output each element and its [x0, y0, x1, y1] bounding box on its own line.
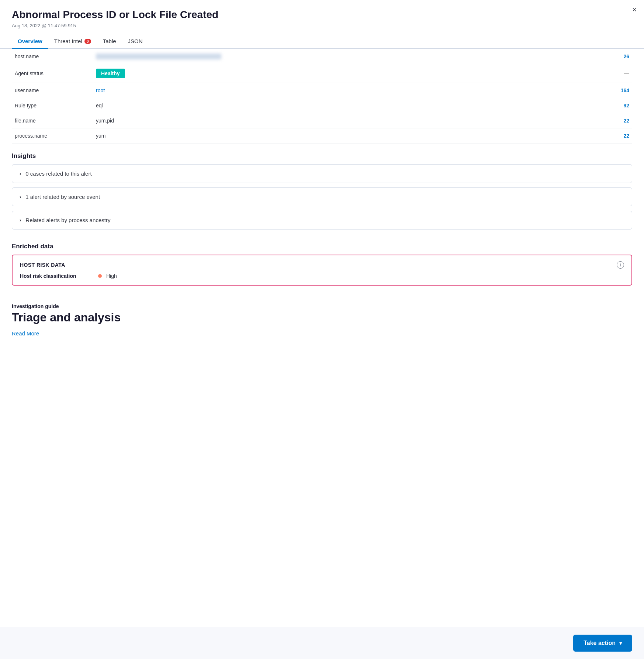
- field-key: host.name: [12, 49, 93, 64]
- timestamp: Aug 18, 2022 @ 11:47:59.915: [12, 23, 632, 28]
- insight-item-process-ancestry[interactable]: › Related alerts by process ancestry: [12, 211, 632, 230]
- field-key: user.name: [12, 83, 93, 98]
- investigation-guide-title: Triage and analysis: [12, 311, 632, 324]
- field-count[interactable]: 92: [610, 98, 632, 113]
- chevron-down-icon: ▾: [619, 640, 622, 646]
- field-value: yum.pid: [93, 113, 610, 128]
- tab-threat-intel[interactable]: Threat Intel 0: [48, 34, 97, 49]
- user-name-link[interactable]: root: [96, 87, 105, 93]
- host-risk-box-title: HOST RISK DATA: [20, 262, 65, 268]
- tab-overview[interactable]: Overview: [12, 34, 48, 49]
- field-key: Rule type: [12, 98, 93, 113]
- panel-header: Abnormal Process ID or Lock File Created…: [0, 0, 644, 34]
- alert-detail-panel: × Abnormal Process ID or Lock File Creat…: [0, 0, 644, 659]
- tab-bar: Overview Threat Intel 0 Table JSON: [0, 34, 644, 49]
- threat-intel-badge: 0: [84, 39, 91, 44]
- insight-item-source-event[interactable]: › 1 alert related by source event: [12, 187, 632, 206]
- host-risk-header: HOST RISK DATA i: [20, 261, 624, 269]
- field-key: process.name: [12, 128, 93, 144]
- field-count[interactable]: 22: [610, 113, 632, 128]
- take-action-label: Take action: [584, 640, 616, 646]
- field-count[interactable]: 22: [610, 128, 632, 144]
- field-value: Healthy: [93, 64, 610, 83]
- tab-table[interactable]: Table: [97, 34, 122, 49]
- enriched-data-title: Enriched data: [12, 234, 632, 255]
- chevron-right-icon: ›: [20, 217, 21, 223]
- data-table: host.name 26 Agent status Healthy — user…: [12, 49, 632, 144]
- chevron-right-icon: ›: [20, 194, 21, 200]
- risk-level-dot: [98, 274, 102, 278]
- field-value: root: [93, 83, 610, 98]
- field-key: Agent status: [12, 64, 93, 83]
- host-risk-classification-row: Host risk classification High: [20, 273, 624, 279]
- field-value: [93, 49, 610, 64]
- table-row: host.name 26: [12, 49, 632, 64]
- close-button[interactable]: ×: [632, 6, 637, 13]
- table-row: Agent status Healthy —: [12, 64, 632, 83]
- insight-label: 0 cases related to this alert: [25, 170, 91, 177]
- table-row: process.name yum 22: [12, 128, 632, 144]
- page-title: Abnormal Process ID or Lock File Created: [12, 9, 632, 21]
- table-row: user.name root 164: [12, 83, 632, 98]
- agent-status-badge: Healthy: [96, 69, 125, 78]
- table-row: Rule type eql 92: [12, 98, 632, 113]
- insight-label: Related alerts by process ancestry: [25, 217, 110, 223]
- host-risk-data-box: HOST RISK DATA i Host risk classificatio…: [12, 255, 632, 286]
- chevron-right-icon: ›: [20, 171, 21, 176]
- host-name-blurred: [96, 54, 221, 59]
- field-value: yum: [93, 128, 610, 144]
- insight-item-cases[interactable]: › 0 cases related to this alert: [12, 164, 632, 183]
- investigation-guide-label: Investigation guide: [12, 294, 632, 311]
- field-value: eql: [93, 98, 610, 113]
- risk-level-value: High: [106, 273, 117, 279]
- read-more-link[interactable]: Read More: [12, 330, 39, 337]
- field-key: file.name: [12, 113, 93, 128]
- take-action-button[interactable]: Take action ▾: [573, 635, 632, 652]
- insight-label: 1 alert related by source event: [25, 194, 100, 200]
- field-count[interactable]: 26: [610, 49, 632, 64]
- host-risk-classification-label: Host risk classification: [20, 273, 94, 279]
- panel-footer: Take action ▾: [0, 627, 644, 659]
- info-icon[interactable]: i: [617, 261, 624, 269]
- field-count: —: [610, 64, 632, 83]
- tab-json[interactable]: JSON: [122, 34, 149, 49]
- panel-content: host.name 26 Agent status Healthy — user…: [0, 49, 644, 659]
- insights-section-title: Insights: [12, 144, 632, 164]
- table-row: file.name yum.pid 22: [12, 113, 632, 128]
- field-count[interactable]: 164: [610, 83, 632, 98]
